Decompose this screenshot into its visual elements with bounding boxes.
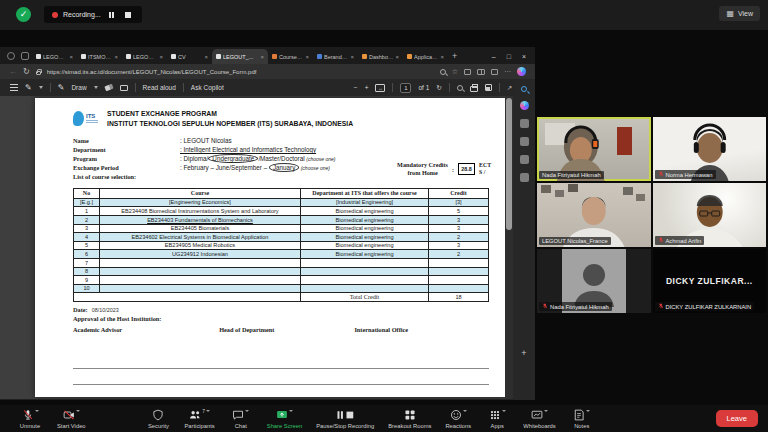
browser-tab[interactable]: ITSMOTIV...× bbox=[77, 49, 122, 64]
zoom-out-button[interactable]: − bbox=[354, 84, 358, 91]
browser-tab[interactable]: Course O...× bbox=[268, 49, 313, 64]
browser-tab[interactable]: CV× bbox=[167, 49, 212, 64]
browser-tab[interactable]: LEGOUT_...× bbox=[122, 49, 167, 64]
view-button[interactable]: ▦ View bbox=[719, 6, 760, 21]
browser-tab[interactable]: Applicant...× bbox=[403, 49, 448, 64]
toolbar-pause-stop-recording[interactable]: Pause/Stop Recording bbox=[316, 409, 374, 429]
tab-close-icon[interactable]: × bbox=[204, 54, 208, 60]
draw-pen-icon[interactable]: ✎ bbox=[58, 84, 65, 92]
tab-close-icon[interactable]: × bbox=[114, 54, 118, 60]
leave-button[interactable]: Leave bbox=[716, 410, 758, 427]
favorites-icon[interactable]: ☆ bbox=[452, 68, 458, 75]
chevron-up-icon[interactable] bbox=[502, 410, 506, 412]
chevron-up-icon[interactable] bbox=[206, 410, 210, 412]
tab-favicon-icon bbox=[407, 54, 412, 59]
toolbar-apps[interactable]: Apps bbox=[485, 409, 509, 429]
draw-caret-icon[interactable] bbox=[94, 86, 98, 89]
its-logo: ITS bbox=[73, 111, 98, 126]
highlighter-icon[interactable]: ✎ bbox=[25, 84, 32, 92]
sidebar-copilot-icon[interactable] bbox=[520, 101, 529, 110]
video-tile[interactable]: LEGOUT Nicolas_France bbox=[537, 183, 651, 247]
split-screen-icon[interactable] bbox=[477, 69, 485, 75]
sidebar-app-shortcut-icon[interactable] bbox=[520, 173, 529, 182]
zoom-search-icon[interactable] bbox=[440, 69, 446, 75]
minimize-button[interactable]: – bbox=[492, 53, 496, 60]
chevron-up-icon[interactable] bbox=[76, 410, 80, 412]
table-of-contents-icon[interactable] bbox=[10, 84, 18, 91]
chevron-up-icon[interactable] bbox=[245, 410, 249, 412]
add-text-icon[interactable] bbox=[120, 85, 128, 91]
toolbar-share-screen[interactable]: Share Screen bbox=[267, 409, 302, 429]
chevron-up-icon[interactable] bbox=[586, 410, 590, 412]
fit-to-width-icon[interactable]: ↔ bbox=[375, 84, 385, 92]
apps-icon bbox=[489, 409, 506, 422]
eraser-icon[interactable] bbox=[104, 84, 113, 91]
chevron-up-icon[interactable] bbox=[289, 410, 293, 412]
toolbar-reactions[interactable]: Reactions bbox=[445, 409, 471, 429]
browser-tab[interactable]: Dashboar...× bbox=[358, 49, 403, 64]
print-icon[interactable] bbox=[470, 86, 478, 92]
tab-close-icon[interactable]: × bbox=[305, 54, 309, 60]
field-department: Department : Intelligent Electrical and … bbox=[73, 145, 489, 154]
video-tile[interactable]: Nada Fitriyatul Hikmah bbox=[537, 117, 651, 181]
collections-icon[interactable] bbox=[464, 69, 471, 75]
extensions-icon[interactable] bbox=[491, 69, 498, 75]
toolbar-security[interactable]: Security bbox=[146, 409, 170, 429]
zoom-in-button[interactable]: + bbox=[365, 84, 369, 91]
pause-recording-button[interactable] bbox=[106, 10, 118, 20]
close-button[interactable]: × bbox=[522, 53, 526, 60]
maximize-button[interactable]: □ bbox=[507, 53, 511, 60]
more-icon[interactable]: ⋯ bbox=[504, 68, 511, 75]
muted-mic-icon bbox=[658, 303, 664, 310]
chevron-up-icon[interactable] bbox=[544, 410, 548, 412]
browser-tab[interactable]: LEGOUT_...× bbox=[32, 49, 77, 64]
save-icon[interactable] bbox=[485, 84, 492, 91]
sidebar-app-shortcut-icon[interactable] bbox=[520, 119, 529, 128]
chevron-up-icon[interactable] bbox=[463, 410, 467, 412]
ask-copilot-button[interactable]: Ask Copilot bbox=[191, 84, 224, 91]
sidebar-app-shortcut-icon[interactable] bbox=[520, 137, 529, 146]
video-tile[interactable]: DICKY ZULFIKAR...DICKY ZULFIKAR ZULKARNA… bbox=[653, 249, 767, 313]
table-row: 4EB234602 Electrical Systems in Biomedic… bbox=[74, 233, 489, 242]
rotate-icon[interactable]: ↻ bbox=[436, 84, 441, 92]
toolbar-whiteboards[interactable]: Whiteboards bbox=[523, 409, 556, 429]
draw-label[interactable]: Draw bbox=[71, 84, 86, 91]
tab-close-icon[interactable]: × bbox=[440, 54, 444, 60]
copilot-icon[interactable] bbox=[517, 67, 526, 76]
stop-recording-button[interactable] bbox=[122, 10, 134, 20]
toolbar-participants[interactable]: 7Participants bbox=[184, 409, 214, 429]
chevron-up-icon[interactable] bbox=[35, 410, 39, 412]
tab-close-icon[interactable]: × bbox=[350, 54, 354, 60]
pdf-scrollbar-thumb[interactable] bbox=[506, 98, 512, 230]
toolbar-breakout-rooms[interactable]: Breakout Rooms bbox=[388, 409, 431, 429]
toolbar-unmute[interactable]: Unmute bbox=[18, 409, 42, 429]
tab-close-icon[interactable]: × bbox=[395, 54, 399, 60]
video-tile[interactable]: Achmad Arifin bbox=[653, 183, 767, 247]
expand-icon[interactable]: ↗ bbox=[507, 84, 512, 92]
pdf-scrollbar[interactable] bbox=[505, 96, 513, 399]
workspaces-icon[interactable] bbox=[21, 52, 29, 60]
toolbar-start-video[interactable]: Start Video bbox=[57, 409, 86, 429]
tab-close-icon[interactable]: × bbox=[69, 54, 73, 60]
toolbar-notes[interactable]: Notes bbox=[570, 409, 594, 429]
highlighter-caret-icon[interactable] bbox=[39, 86, 43, 89]
tab-close-icon[interactable]: × bbox=[260, 54, 264, 60]
read-aloud-button[interactable]: Read aloud bbox=[143, 84, 176, 91]
back-icon[interactable]: ← bbox=[9, 68, 17, 76]
refresh-icon[interactable]: ↻ bbox=[23, 68, 30, 76]
video-tile[interactable]: Norma Hermawan bbox=[653, 117, 767, 181]
browser-tab[interactable]: Beranda -...× bbox=[313, 49, 358, 64]
tab-actions-icon[interactable] bbox=[7, 52, 15, 60]
new-tab-button[interactable]: + bbox=[452, 51, 457, 61]
page-number-input[interactable]: 1 bbox=[400, 83, 411, 93]
toolbar-chat[interactable]: Chat bbox=[229, 409, 253, 429]
url-text[interactable]: https://simad.its.ac.id/document/LEGOUT_… bbox=[47, 69, 434, 75]
browser-tab[interactable]: LEGOUT_...× bbox=[212, 49, 268, 64]
sidebar-app-shortcut-icon[interactable] bbox=[520, 155, 529, 164]
video-tile[interactable]: Nada Fitriyatul Hikmah bbox=[537, 249, 651, 313]
cell-credit: 2 bbox=[429, 250, 489, 259]
pdf-search-icon[interactable] bbox=[457, 85, 463, 91]
tab-close-icon[interactable]: × bbox=[159, 54, 163, 60]
sidebar-add-icon[interactable]: + bbox=[521, 349, 526, 358]
sidebar-search-icon[interactable] bbox=[521, 86, 527, 92]
